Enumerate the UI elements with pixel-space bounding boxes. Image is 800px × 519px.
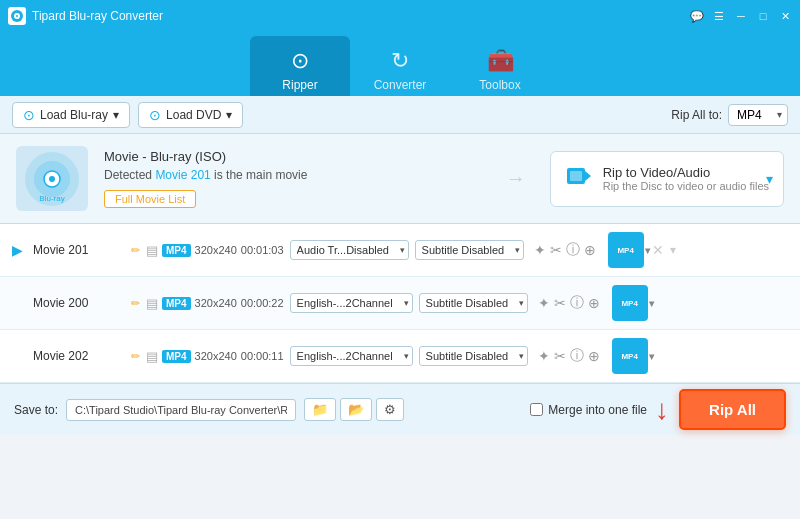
audio-select-0[interactable]: Audio Tr...Disabled English [290,240,409,260]
bottom-bar: Save to: 📁 📂 ⚙ Merge into one file ↓ Rip… [0,383,800,435]
movie-name-1: Movie 200 [33,296,123,310]
duration-2: 00:00:11 [241,350,284,362]
thumb-arrow-1[interactable]: ▾ [649,298,654,309]
format-badge-2: MP4 [162,350,191,363]
cut-icon-2[interactable]: ✂ [554,348,566,364]
nav-converter-label: Converter [374,78,427,92]
info-text: Movie - Blu-ray (ISO) Detected Movie 201… [104,149,482,208]
info-icon-0[interactable]: ⓘ [566,241,580,259]
edit-icon-2[interactable]: ✏ [131,350,140,363]
menu-icon[interactable]: ☰ [712,9,726,23]
nav-ripper-label: Ripper [282,78,317,92]
toolbox-icon: 🧰 [487,48,514,74]
subtitle-select-1[interactable]: Subtitle Disabled English [419,293,528,313]
table-row: ▶ Movie 202 ✏ ▤ MP4 320x240 00:00:11 Eng… [0,330,800,383]
app-title: Tipard Blu-ray Converter [32,9,690,23]
arrow-right-icon: → [506,167,526,190]
full-movie-list-button[interactable]: Full Movie List [104,190,196,208]
rip-format-select-wrapper: MP4 MKV AVI MOV [728,104,788,126]
film-icon-2: ▤ [146,349,158,364]
movie-format-1: ▤ MP4 320x240 00:00:22 [146,296,284,311]
converter-icon: ↻ [391,48,409,74]
audio-select-wrap-1: English-...2Channel Disabled [290,293,413,313]
row-expand-0[interactable]: ▾ [670,243,676,257]
row-close-0[interactable]: ✕ [652,242,664,258]
movie-name-0: Movie 201 [33,243,123,257]
duration-0: 00:01:03 [241,244,284,256]
movie-thumb-0[interactable]: MP4 ▾ [608,232,644,268]
settings-icon-0[interactable]: ⊕ [584,242,596,258]
play-button-2: ▶ [12,348,23,364]
load-dvd-label: Load DVD [166,108,221,122]
close-button[interactable]: ✕ [778,9,792,23]
audio-select-2[interactable]: English-...2Channel Disabled [290,346,413,366]
movie-actions-2: ✦ ✂ ⓘ ⊕ [538,347,600,365]
movie-thumb-2[interactable]: MP4 ▾ [612,338,648,374]
chat-icon[interactable]: 💬 [690,9,704,23]
maximize-button[interactable]: □ [756,9,770,23]
toolbar: ⊙ Load Blu-ray ▾ ⊙ Load DVD ▾ Rip All to… [0,96,800,134]
app-logo [8,7,26,25]
rip-video-icon [565,162,593,196]
movie-name-2: Movie 202 [33,349,123,363]
subtitle-select-0[interactable]: Subtitle Disabled English [415,240,524,260]
rip-arrow-icon: ↓ [655,394,669,426]
subtitle-select-wrap-0: Subtitle Disabled English [415,240,524,260]
settings-icon-2[interactable]: ⊕ [588,348,600,364]
rip-all-to-container: Rip All to: MP4 MKV AVI MOV [671,104,788,126]
rip-option-text: Rip to Video/Audio Rip the Disc to video… [603,165,769,192]
rip-option-chevron: ▾ [766,171,773,187]
info-panel: Blu-ray Movie - Blu-ray (ISO) Detected M… [0,134,800,224]
edit-icon-0[interactable]: ✏ [131,244,140,257]
subtitle-select-2[interactable]: Subtitle Disabled English [419,346,528,366]
load-bluray-chevron: ▾ [113,108,119,122]
thumb-arrow-2[interactable]: ▾ [649,351,654,362]
cut-icon-1[interactable]: ✂ [554,295,566,311]
load-bluray-button[interactable]: ⊙ Load Blu-ray ▾ [12,102,130,128]
play-button-1: ▶ [12,295,23,311]
merge-label: Merge into one file [548,403,647,417]
svg-marker-9 [585,171,591,181]
nav-toolbox-label: Toolbox [479,78,520,92]
thumb-arrow-0[interactable]: ▾ [645,245,650,256]
star-icon-1[interactable]: ✦ [538,295,550,311]
subtitle-select-wrap-2: Subtitle Disabled English [419,346,528,366]
cut-icon-0[interactable]: ✂ [550,242,562,258]
info-icon-2[interactable]: ⓘ [570,347,584,365]
open-folder-button[interactable]: 📂 [340,398,372,421]
rip-all-button[interactable]: Rip All [679,389,786,430]
minimize-button[interactable]: ─ [734,9,748,23]
nav-converter[interactable]: ↻ Converter [350,36,450,96]
settings-button[interactable]: ⚙ [376,398,404,421]
title-bar: Tipard Blu-ray Converter 💬 ☰ ─ □ ✕ [0,0,800,32]
movie-actions-0: ✦ ✂ ⓘ ⊕ [534,241,596,259]
merge-checkbox[interactable] [530,403,543,416]
dvd-icon: ⊙ [149,107,161,123]
rip-option-panel[interactable]: Rip to Video/Audio Rip the Disc to video… [550,151,784,207]
nav-ripper[interactable]: ⊙ Ripper [250,36,350,96]
save-path-input[interactable] [66,399,296,421]
rip-subtitle: Rip the Disc to video or audio files [603,180,769,192]
load-dvd-chevron: ▾ [226,108,232,122]
load-dvd-button[interactable]: ⊙ Load DVD ▾ [138,102,243,128]
subtitle-select-wrap-1: Subtitle Disabled English [419,293,528,313]
edit-icon-1[interactable]: ✏ [131,297,140,310]
rip-format-select[interactable]: MP4 MKV AVI MOV [728,104,788,126]
settings-icon-1[interactable]: ⊕ [588,295,600,311]
star-icon-2[interactable]: ✦ [538,348,550,364]
star-icon-0[interactable]: ✦ [534,242,546,258]
info-icon-1[interactable]: ⓘ [570,294,584,312]
audio-select-1[interactable]: English-...2Channel Disabled [290,293,413,313]
svg-text:Blu-ray: Blu-ray [39,194,64,203]
play-button-0[interactable]: ▶ [12,242,23,258]
table-row: ▶ Movie 201 ✏ ▤ MP4 320x240 00:01:03 Aud… [0,224,800,277]
format-badge-0: MP4 [162,244,191,257]
nav-toolbox[interactable]: 🧰 Toolbox [450,36,550,96]
rip-all-to-label: Rip All to: [671,108,722,122]
table-row: ▶ Movie 200 ✏ ▤ MP4 320x240 00:00:22 Eng… [0,277,800,330]
disc-title: Movie - Blu-ray (ISO) [104,149,482,164]
browse-folder-button[interactable]: 📁 [304,398,336,421]
movie-thumb-1[interactable]: MP4 ▾ [612,285,648,321]
svg-rect-10 [570,171,582,181]
merge-checkbox-label[interactable]: Merge into one file [530,403,647,417]
